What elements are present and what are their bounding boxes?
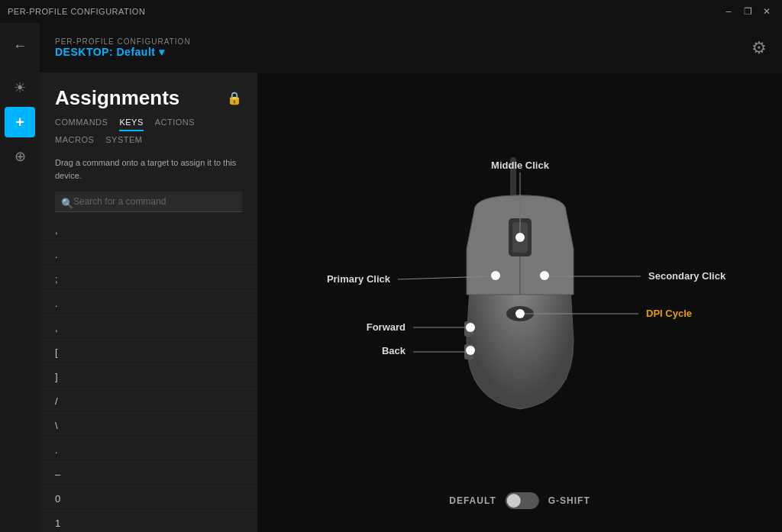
title-bar-title: PER-PROFILE CONFIGURATION: [8, 7, 145, 16]
minimize-button[interactable]: –: [721, 4, 736, 19]
search-input[interactable]: [55, 192, 242, 212]
title-bar-left: PER-PROFILE CONFIGURATION: [8, 7, 145, 16]
tab-macros[interactable]: MACROS: [55, 135, 94, 147]
title-bar-controls: – ❐ ✕: [721, 4, 774, 19]
header: PER-PROFILE CONFIGURATION DESKTOP: Defau…: [40, 23, 782, 73]
tab-actions[interactable]: ACTIONS: [155, 118, 195, 131]
default-label: DEFAULT: [449, 495, 496, 506]
tabs-row1: COMMANDS KEYS ACTIONS: [40, 118, 257, 131]
sidebar-icons: ← ☀ + ⊕: [0, 23, 40, 532]
svg-text:Forward: Forward: [366, 321, 405, 333]
list-item[interactable]: \: [40, 414, 257, 438]
svg-point-12: [466, 346, 475, 355]
sidebar-item-light[interactable]: ☀: [5, 73, 35, 103]
svg-point-10: [466, 323, 475, 332]
list-item[interactable]: /: [40, 389, 257, 414]
svg-text:Back: Back: [381, 345, 406, 356]
title-bar: PER-PROFILE CONFIGURATION – ❐ ✕: [0, 0, 782, 23]
main-content: G: [257, 73, 782, 532]
list-item[interactable]: 1: [40, 511, 257, 532]
settings-button[interactable]: ⚙: [751, 38, 767, 58]
gshift-label: G-SHIFT: [548, 495, 590, 506]
list-item[interactable]: ,: [40, 218, 257, 243]
list-item[interactable]: ]: [40, 365, 257, 389]
assignments-title: Assignments: [55, 86, 179, 110]
sidebar-item-dpad[interactable]: ⊕: [5, 141, 35, 172]
command-list: , . ; . , [ ] / \ . – 0 1 2 3: [40, 218, 257, 532]
svg-text:G: G: [512, 360, 528, 383]
mouse-diagram-svg: G: [291, 127, 749, 478]
assignments-panel: Assignments 🔒 COMMANDS KEYS ACTIONS MACR…: [40, 73, 257, 532]
search-container: 🔍: [40, 188, 257, 218]
svg-point-8: [491, 271, 500, 280]
list-item[interactable]: [: [40, 340, 257, 365]
tabs-row2: MACROS SYSTEM: [40, 131, 257, 147]
svg-point-11: [515, 309, 525, 318]
svg-point-7: [515, 233, 525, 242]
close-button[interactable]: ✕: [759, 4, 774, 19]
tab-commands[interactable]: COMMANDS: [55, 118, 108, 131]
list-item[interactable]: .: [40, 292, 257, 316]
toggle-row: DEFAULT G-SHIFT: [449, 492, 590, 509]
back-button[interactable]: ←: [5, 31, 35, 61]
svg-text:Middle Click: Middle Click: [491, 160, 550, 171]
lock-icon: 🔒: [227, 91, 242, 105]
config-label: PER-PROFILE CONFIGURATION: [55, 37, 191, 46]
mouse-diagram: G: [291, 119, 749, 485]
tab-keys[interactable]: KEYS: [119, 118, 143, 131]
maximize-button[interactable]: ❐: [740, 4, 755, 19]
drag-instruction: Drag a command onto a target to assign i…: [40, 147, 257, 188]
list-item[interactable]: .: [40, 243, 257, 267]
toggle-switch[interactable]: [506, 492, 539, 509]
list-item[interactable]: –: [40, 463, 257, 487]
header-left: PER-PROFILE CONFIGURATION DESKTOP: Defau…: [55, 37, 191, 58]
svg-text:DPI Cycle: DPI Cycle: [646, 308, 692, 319]
tab-system[interactable]: SYSTEM: [105, 135, 142, 147]
sidebar-item-add[interactable]: +: [5, 107, 35, 137]
svg-text:Primary Click: Primary Click: [326, 273, 390, 285]
search-icon: 🔍: [61, 198, 73, 209]
svg-text:Secondary Click: Secondary Click: [648, 270, 726, 282]
svg-point-9: [540, 271, 549, 280]
toggle-knob: [507, 494, 521, 508]
list-item[interactable]: 0: [40, 487, 257, 511]
profile-selector[interactable]: DESKTOP: Default ▾: [55, 46, 191, 58]
list-item[interactable]: .: [40, 438, 257, 463]
assignments-header: Assignments 🔒: [40, 73, 257, 118]
list-item[interactable]: ,: [40, 316, 257, 340]
profile-text: DESKTOP: Default ▾: [55, 46, 164, 58]
list-item[interactable]: ;: [40, 267, 257, 292]
